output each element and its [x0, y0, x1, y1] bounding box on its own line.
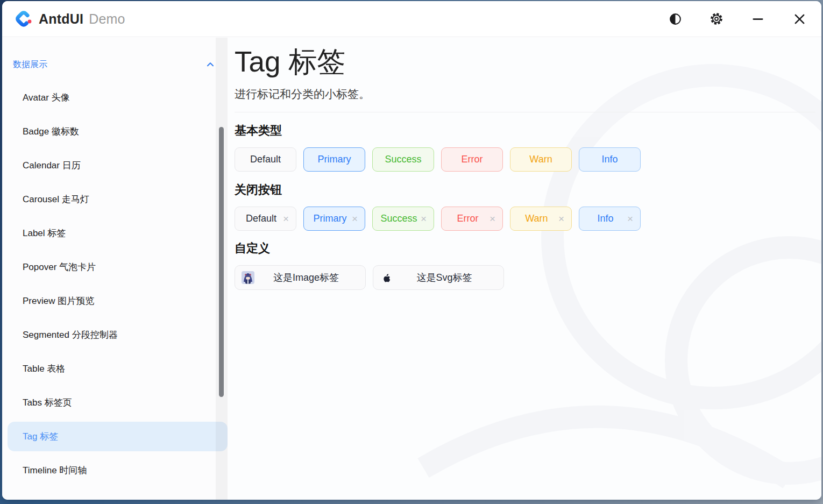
- tag-info: Info: [579, 147, 641, 172]
- main-content: Tag 标签 进行标记和分类的小标签。 基本类型 Default Primary…: [228, 38, 821, 500]
- sidebar-group-label: 数据展示: [13, 59, 47, 70]
- sidebar: 数据展示 Avatar 头像 Badge 徽标数 Calendar 日历 Car…: [2, 38, 228, 500]
- closable-tag-primary: Primary×: [303, 207, 365, 231]
- tag-warn: Warn: [510, 147, 572, 172]
- sidebar-nav: Avatar 头像 Badge 徽标数 Calendar 日历 Carousel…: [2, 81, 228, 487]
- tag-success: Success: [372, 147, 434, 172]
- closable-tags-row: Default× Primary× Success× Error× Warn× …: [235, 207, 641, 231]
- tag-close-icon[interactable]: ×: [283, 214, 289, 224]
- minimize-button[interactable]: [750, 11, 766, 27]
- app-title: AntdUIDemo: [39, 11, 125, 27]
- sidebar-item-preview[interactable]: Preview 图片预览: [2, 284, 228, 318]
- tag-error: Error: [441, 147, 503, 172]
- page-title: Tag 标签: [235, 43, 345, 82]
- custom-tag-image: 这是Image标签: [235, 265, 366, 290]
- sidebar-item-label[interactable]: Label 标签: [2, 216, 228, 250]
- titlebar: AntdUIDemo: [2, 1, 821, 37]
- tag-default: Default: [235, 147, 296, 172]
- sidebar-item-popover[interactable]: Popover 气泡卡片: [2, 250, 228, 284]
- custom-tag-svg: 这是Svg标签: [373, 265, 504, 290]
- tag-close-icon[interactable]: ×: [421, 214, 427, 224]
- half-circle-icon: [669, 12, 682, 26]
- close-button[interactable]: [791, 11, 807, 27]
- closable-tag-default: Default×: [235, 207, 296, 231]
- app-window: AntdUIDemo: [2, 1, 821, 500]
- close-icon: [792, 12, 807, 26]
- tag-close-icon[interactable]: ×: [558, 214, 564, 224]
- apple-logo-icon: [380, 271, 393, 284]
- minimize-icon: [751, 12, 765, 26]
- section-heading-custom: 自定义: [235, 240, 270, 257]
- app-title-brand: AntdUI: [39, 11, 83, 26]
- sidebar-scrollbar-thumb[interactable]: [219, 127, 224, 397]
- sidebar-item-segmented[interactable]: Segmented 分段控制器: [2, 318, 228, 352]
- closable-tag-info: Info×: [579, 207, 641, 231]
- sidebar-item-carousel[interactable]: Carousel 走马灯: [2, 182, 228, 216]
- sidebar-item-badge[interactable]: Badge 徽标数: [2, 115, 228, 148]
- section-heading-basic: 基本类型: [235, 123, 282, 139]
- divider: [235, 112, 815, 112]
- tag-close-icon[interactable]: ×: [627, 214, 633, 224]
- closable-tag-success: Success×: [372, 207, 434, 231]
- page-subtitle: 进行标记和分类的小标签。: [235, 87, 370, 102]
- sidebar-scrollbar-track[interactable]: [216, 38, 228, 500]
- closable-tag-error: Error×: [441, 207, 503, 231]
- antdui-logo-icon: [15, 10, 32, 27]
- sidebar-item-calendar[interactable]: Calendar 日历: [2, 148, 228, 182]
- custom-tags-row: 这是Image标签 这是Svg标签: [235, 265, 504, 290]
- section-heading-closable: 关闭按钮: [235, 182, 282, 198]
- closable-tag-warn: Warn×: [510, 207, 572, 231]
- sidebar-item-tabs[interactable]: Tabs 标签页: [2, 386, 228, 420]
- avatar-image: [242, 271, 254, 284]
- sidebar-item-tag[interactable]: Tag 标签: [2, 420, 228, 453]
- settings-button[interactable]: [708, 11, 725, 27]
- gear-icon: [710, 12, 723, 26]
- sidebar-item-timeline[interactable]: Timeline 时间轴: [2, 453, 228, 487]
- sidebar-item-table[interactable]: Table 表格: [2, 352, 228, 386]
- sidebar-item-avatar[interactable]: Avatar 头像: [2, 81, 228, 115]
- tag-close-icon[interactable]: ×: [352, 214, 358, 224]
- chevron-up-icon[interactable]: [205, 60, 215, 69]
- theme-toggle-button[interactable]: [667, 11, 683, 27]
- titlebar-controls: [667, 11, 807, 27]
- tag-primary: Primary: [303, 147, 365, 172]
- tag-close-icon[interactable]: ×: [489, 214, 495, 224]
- app-title-suffix: Demo: [89, 11, 125, 26]
- sidebar-group-data-display[interactable]: 数据展示: [2, 55, 215, 74]
- basic-tags-row: Default Primary Success Error Warn Info: [235, 147, 641, 172]
